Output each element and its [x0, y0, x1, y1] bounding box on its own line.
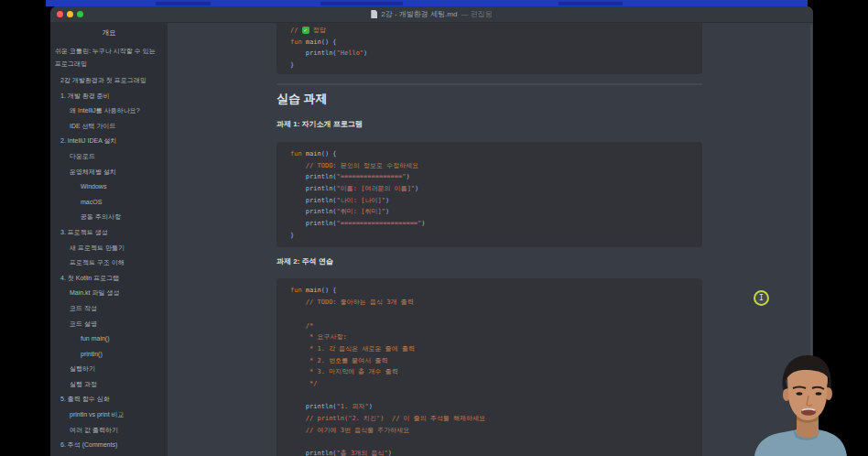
code-token: "나이: [나이]" — [337, 197, 385, 204]
code-token: "취미: [취미]" — [337, 208, 385, 215]
code-line: * 3. 마지막에 총 개수 출력 — [290, 366, 691, 378]
code-line: println("================") — [290, 171, 691, 183]
zoom-button[interactable] — [77, 11, 83, 17]
code-token: println( — [290, 208, 337, 215]
code-block-task1[interactable]: fun main() { // TODO: 본인의 정보로 수정하세요 prin… — [277, 142, 702, 248]
code-token: ) — [388, 450, 392, 456]
sidebar-item[interactable]: 3. 프로젝트 생성 — [50, 225, 168, 241]
code-line: /* — [290, 320, 691, 332]
code-token: fun — [290, 287, 306, 294]
code-token: println( — [290, 173, 337, 180]
code-line — [290, 437, 691, 449]
sidebar-item[interactable]: Windows — [50, 179, 168, 195]
traffic-lights — [57, 6, 83, 22]
code-token: () { — [321, 38, 337, 46]
sidebar-item[interactable]: 여러 값 출력하기 — [50, 423, 168, 439]
sidebar-item[interactable]: 코드 작성 — [50, 301, 168, 317]
editor-content[interactable]: // ✓ 정답fun main() { println("Hello")} 실습… — [168, 23, 813, 456]
code-block-task2[interactable]: fun main() { // TODO: 좋아하는 음식 3개 출력 /* *… — [277, 278, 702, 456]
code-line: // ✓ 정답 — [290, 25, 691, 37]
code-line: // println("2. 치킨") // 이 줄의 주석을 해제하세요 — [290, 413, 691, 425]
code-line: * 2. 번호를 붙여서 출력 — [290, 355, 691, 367]
window-title: 2강 - 개발환경 세팅.md — 편집됨 — [371, 9, 492, 19]
sidebar-item[interactable]: 왜 IntelliJ를 사용하나요? — [50, 103, 168, 119]
window-titlebar[interactable]: 2강 - 개발환경 세팅.md — 편집됨 — [50, 6, 813, 23]
sidebar-item[interactable]: 운영체제별 설치 — [50, 165, 168, 180]
sidebar-item[interactable]: 실행 과정 — [50, 377, 168, 393]
sidebar-item[interactable]: 새 프로젝트 만들기 — [50, 241, 168, 256]
sidebar-item[interactable]: 쉬운 코틀린: 누구나 시작할 수 있는 프로그래밍 — [50, 45, 168, 71]
sidebar-item[interactable]: 다운로드 — [50, 149, 168, 165]
sidebar-item[interactable]: IDE 선택 가이드 — [50, 119, 168, 135]
sidebar-item[interactable]: Main.kt 파일 생성 — [50, 286, 168, 301]
sidebar-item[interactable]: 4. 첫 Kotlin 프로그램 — [50, 271, 168, 287]
sidebar-item[interactable]: 2강 개발환경과 첫 프로그래밍 — [50, 73, 168, 89]
text-cursor-icon: I — [759, 294, 764, 302]
sidebar-item[interactable]: println vs print 비교 — [50, 407, 168, 423]
window-title-text: 2강 - 개발환경 세팅.md — [381, 9, 457, 19]
code-token: ) — [415, 185, 418, 192]
code-token: fun — [290, 150, 306, 157]
editor-window: 2강 - 개발환경 세팅.md — 편집됨 개요 쉬운 코틀린: 누구나 시작할… — [50, 6, 813, 456]
code-token: // — [290, 27, 302, 34]
task1-heading[interactable]: 과제 1: 자기소개 프로그램 — [277, 119, 702, 130]
code-line — [290, 390, 691, 402]
sidebar-item[interactable]: 공통 주의사항 — [50, 210, 168, 225]
check-icon: ✓ — [302, 27, 309, 34]
presenter-avatar — [729, 353, 868, 456]
code-token: main — [306, 150, 321, 157]
code-line: println("====================") — [290, 218, 691, 230]
code-token: println( — [290, 49, 337, 57]
section-heading[interactable]: 실습 과제 — [277, 91, 702, 106]
sidebar-item[interactable]: 프로젝트 구조 이해 — [50, 255, 168, 271]
code-line: } — [290, 230, 691, 242]
code-block-answer[interactable]: // ✓ 정답fun main() { println("Hello")} — [277, 23, 702, 74]
code-token: } — [290, 61, 294, 69]
cursor-highlight: I — [754, 290, 769, 306]
code-token: () { — [321, 150, 337, 157]
code-token: // TODO: 좋아하는 음식 3개 출력 — [290, 299, 414, 306]
code-token: "Hello" — [337, 49, 364, 57]
code-line: // TODO: 좋아하는 음식 3개 출력 — [290, 297, 691, 309]
code-token: println( — [290, 450, 337, 456]
code-line: } — [290, 60, 691, 71]
code-token: "총 3개의 음식" — [337, 450, 388, 456]
code-line: println("이름: [여러분의 이름]") — [290, 183, 691, 195]
sidebar-item[interactable]: println() — [50, 347, 168, 363]
sidebar-item[interactable]: 1. 개발 환경 준비 — [50, 89, 168, 104]
task2-heading[interactable]: 과제 2: 주석 연습 — [277, 256, 702, 267]
code-token: "1. 피자" — [337, 403, 369, 410]
code-line — [290, 309, 691, 320]
code-token: ) — [385, 208, 389, 215]
code-token: * 1. 각 음식은 새로운 줄에 출력 — [290, 345, 415, 353]
sidebar-item[interactable]: 5. 출력 함수 심화 — [50, 392, 168, 407]
code-line: println("취미: [취미]") — [290, 206, 691, 218]
horizontal-rule — [277, 83, 702, 85]
code-line: // 여기에 3번 음식을 추가하세요 — [290, 425, 691, 437]
sidebar-item[interactable]: 실행하기 — [50, 362, 168, 377]
code-token: } — [290, 232, 294, 239]
sidebar-item[interactable]: fun main() — [50, 331, 168, 347]
minimize-button[interactable] — [67, 11, 73, 17]
sidebar-item[interactable]: 6. 주석 (Comments) — [50, 438, 168, 453]
code-token: "이름: [여러분의 이름]" — [337, 185, 416, 192]
code-token: "2. 치킨" — [348, 415, 380, 422]
menubar-artifact — [320, 2, 403, 5]
code-token: // 여기에 3번 음식을 추가하세요 — [290, 427, 409, 434]
webcam-overlay — [729, 353, 868, 456]
sidebar-item[interactable]: macOS — [50, 195, 168, 211]
document-body: // ✓ 정답fun main() { println("Hello")} 실습… — [277, 23, 702, 456]
code-token: 정답 — [309, 27, 326, 34]
code-line: fun main() { — [290, 37, 691, 49]
code-line: * 요구사항: — [290, 331, 691, 343]
code-token: println( — [290, 185, 337, 192]
close-button[interactable] — [57, 11, 63, 17]
code-token: * 2. 번호를 붙여서 출력 — [290, 357, 388, 364]
sidebar-item[interactable]: 2. IntelliJ IDEA 설치 — [50, 134, 168, 149]
menubar-artifact — [559, 2, 623, 5]
code-line: println("Hello") — [290, 48, 691, 60]
code-token: // println( — [290, 415, 348, 422]
screen: { "menubar": { "color": "#1d3cb5" }, "ti… — [0, 0, 868, 456]
code-token: main — [306, 38, 321, 46]
sidebar-item[interactable]: 코드 설명 — [50, 317, 168, 332]
